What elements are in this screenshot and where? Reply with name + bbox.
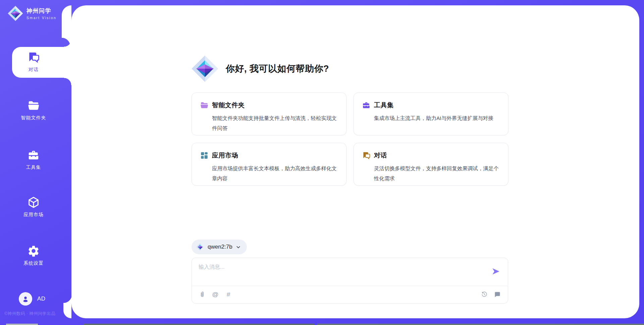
sidebar-item-chat[interactable]: 对话 [0, 51, 67, 73]
folder-icon [27, 99, 40, 112]
card-app-market[interactable]: 应用市场 应用市场提供丰富长文本模板，助力高效生成多样化文章内容 [192, 143, 346, 186]
panel-flare-top [62, 5, 71, 38]
composer-toolbar: @ # [192, 286, 508, 303]
grid-icon [200, 151, 209, 160]
model-selector[interactable]: qwen2:7b [192, 240, 247, 254]
brand-name: 神州问学 [26, 7, 56, 15]
greeting-title: 你好, 我可以如何帮助你? [226, 63, 329, 75]
card-title: 应用市场 [212, 151, 238, 160]
card-smart-folder[interactable]: 智能文件夹 智能文件夹功能支持批量文件上传与清洗，轻松实现文件问答 [192, 92, 346, 135]
chat-square-icon [494, 291, 501, 298]
sidebar-item-label: 智能文件夹 [21, 115, 46, 121]
history-button[interactable] [481, 291, 488, 298]
cube-icon [27, 196, 40, 209]
message-composer: @ # [192, 258, 508, 304]
main-panel: 你好, 我可以如何帮助你? 智能文件夹 智能文件夹功能支持批量文件上传与清洗，轻… [71, 5, 639, 318]
card-description: 集成市场上主流工具，助力AI与外界无缝扩展与对接 [374, 113, 500, 123]
new-chat-button[interactable] [494, 291, 501, 298]
sidebar-item-app-market[interactable]: 应用市场 [0, 196, 67, 218]
sidebar-item-label: 工具集 [26, 165, 41, 171]
brand-gem-icon [7, 5, 23, 21]
avatar [19, 292, 32, 306]
mention-button[interactable]: @ [212, 291, 219, 298]
brand-logo: 神州问学 Smart Vision [7, 5, 56, 21]
sidebar-item-label: 系统设置 [23, 260, 44, 266]
sidebar-footer: ©神州数码 · 神州问学出品 [4, 311, 55, 317]
sidebar-item-toolset[interactable]: 工具集 [0, 149, 67, 171]
card-description: 灵活切换多模型文件，支持多样回复效果调试，满足个性化需求 [374, 164, 500, 184]
greeting-hero: 你好, 我可以如何帮助你? [191, 55, 329, 83]
topic-button[interactable]: # [225, 291, 232, 298]
history-icon [481, 291, 488, 298]
card-description: 智能文件夹功能支持批量文件上传与清洗，轻松实现文件问答 [212, 113, 338, 133]
brand-subtitle: Smart Vision [26, 16, 56, 20]
card-description: 应用市场提供丰富长文本模板，助力高效生成多样化文章内容 [212, 164, 338, 184]
chat-icon [362, 151, 371, 160]
at-icon: @ [212, 291, 218, 298]
sidebar-item-label: 对话 [29, 67, 39, 73]
card-toolset[interactable]: 工具集 集成市场上主流工具，助力AI与外界无缝扩展与对接 [354, 92, 508, 135]
attach-button[interactable] [199, 291, 206, 298]
toolbox-icon [362, 101, 371, 110]
person-icon [21, 295, 30, 303]
sidebar-item-settings[interactable]: 系统设置 [0, 245, 67, 266]
hero-gem-icon [191, 55, 219, 83]
card-chat[interactable]: 对话 灵活切换多模型文件，支持多样回复效果调试，满足个性化需求 [354, 143, 508, 186]
folder-icon [200, 101, 209, 110]
bottom-edge-strip [317, 324, 644, 325]
send-button[interactable] [490, 266, 501, 277]
message-input[interactable] [192, 258, 480, 283]
sidebar-item-label: 应用市场 [23, 212, 44, 218]
panel-flare-bottom-curve [63, 295, 71, 303]
model-gem-icon [196, 243, 204, 251]
user-account[interactable]: AD [19, 292, 46, 306]
bottom-edge-strip [84, 324, 315, 325]
model-name: qwen2:7b [208, 244, 232, 250]
chat-icon [27, 51, 40, 64]
bottom-edge-strip [6, 324, 38, 325]
send-icon [491, 267, 500, 276]
user-initials: AD [37, 296, 46, 302]
gear-icon [27, 245, 40, 257]
card-title: 智能文件夹 [212, 101, 245, 110]
hash-icon: # [227, 291, 230, 298]
paperclip-icon [199, 291, 206, 298]
toolbox-icon [27, 149, 40, 161]
sidebar: 神州问学 Smart Vision 对话 智能文件夹 工具集 应用市场 系统设置 [0, 0, 71, 325]
chevron-down-icon [236, 245, 241, 250]
feature-cards: 智能文件夹 智能文件夹功能支持批量文件上传与清洗，轻松实现文件问答 工具集 集成… [192, 92, 509, 186]
card-title: 对话 [374, 151, 387, 160]
sidebar-item-smart-folder[interactable]: 智能文件夹 [0, 99, 67, 121]
card-title: 工具集 [374, 101, 394, 110]
